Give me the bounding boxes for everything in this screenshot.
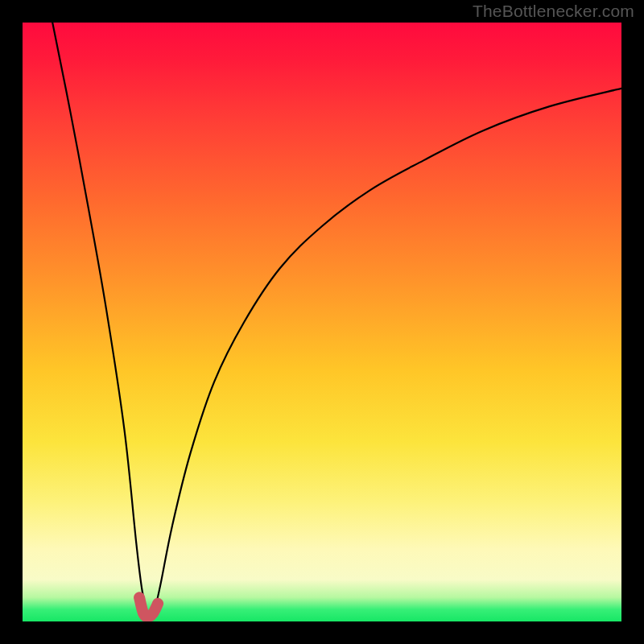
curve-minimum-highlight bbox=[139, 597, 158, 617]
outer-black-frame: TheBottlenecker.com bbox=[0, 0, 644, 644]
bottleneck-curve bbox=[52, 23, 621, 617]
plot-area bbox=[23, 23, 621, 621]
curve-layer bbox=[23, 23, 621, 621]
watermark-text: TheBottlenecker.com bbox=[473, 2, 634, 21]
